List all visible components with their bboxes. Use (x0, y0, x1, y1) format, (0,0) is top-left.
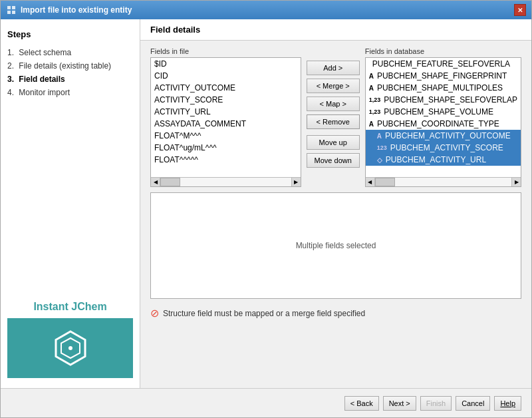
next-button[interactable]: Next > (383, 396, 416, 411)
svg-rect-1 (12, 6, 15, 9)
list-item[interactable]: $ID (151, 58, 301, 70)
list-item[interactable]: FLOAT^M^^^ (151, 130, 301, 142)
type-icon: A (369, 73, 374, 80)
hscroll-left-arrow[interactable]: ◀ (366, 178, 375, 186)
plus-icon: + (369, 155, 374, 164)
list-item[interactable]: A PUBCHEM_SHAPE_FINGERPRINT (366, 70, 521, 82)
step-3: 3. Field details (7, 73, 133, 86)
list-item[interactable]: ACTIVITY_SCORE (151, 94, 301, 106)
svg-point-6 (68, 346, 72, 350)
file-fields-hscroll[interactable]: ◀ ▶ (151, 177, 301, 186)
back-button[interactable]: < Back (344, 396, 379, 411)
file-fields-listbox-container: $ID CID ACTIVITY_OUTCOME ACTIVITY_SCORE … (150, 57, 301, 187)
panel-body: Fields in file $ID CID ACTIVITY_OUTCOME … (140, 41, 531, 388)
list-item[interactable]: ACTIVITY_URL (151, 106, 301, 118)
list-item[interactable]: + 123 PUBCHEM_ACTIVITY_SCORE (366, 142, 521, 154)
cancel-button[interactable]: Cancel (456, 396, 490, 411)
map-button[interactable]: < Map > (307, 97, 360, 111)
list-item[interactable]: 1,23 PUBCHEM_SHAPE_SELFOVERLAP (366, 94, 521, 106)
bottom-bar: < Back Next > Finish Cancel Help (1, 388, 531, 417)
fields-in-database-panel: Fields in database PUBCHEM_FEATURE_SELFO… (365, 47, 521, 187)
db-fields-listbox-container: PUBCHEM_FEATURE_SELFOVERLA A PUBCHEM_SHA… (365, 57, 521, 187)
window-icon (6, 5, 17, 15)
title-bar: Import file into existing entity ✕ (1, 1, 531, 19)
list-item[interactable]: FLOAT^ug/mL^^^ (151, 142, 301, 154)
type-icon: 1,23 (369, 97, 381, 103)
list-item[interactable]: 1,23 PUBCHEM_SHAPE_VOLUME (366, 106, 521, 118)
error-row: ⊘ Structure field must be mapped or a me… (150, 307, 521, 319)
brand-name: Instant JChem (7, 301, 133, 313)
list-item[interactable]: A PUBCHEM_SHAPE_MULTIPOLES (366, 82, 521, 94)
fields-row: Fields in file $ID CID ACTIVITY_OUTCOME … (150, 47, 521, 187)
svg-rect-3 (12, 11, 15, 14)
list-item[interactable]: + ◇ PUBCHEM_ACTIVITY_URL (366, 154, 521, 166)
panel-header: Field details (140, 19, 531, 41)
add-button[interactable]: Add > (307, 61, 360, 75)
move-up-button[interactable]: Move up (307, 135, 360, 150)
step-2: 2. File details (existing table) (7, 59, 133, 73)
hscroll-right-arrow[interactable]: ▶ (291, 178, 301, 186)
main-panel: Field details Fields in file $ID CID ACT… (140, 19, 531, 388)
middle-buttons: Add > < Merge > < Map > < Remove Move up… (307, 47, 360, 187)
window-title: Import file into existing entity (21, 5, 132, 15)
type-icon: A (369, 120, 374, 128)
db-fields-hscroll[interactable]: ◀ ▶ (366, 177, 521, 186)
hscroll-left-arrow[interactable]: ◀ (151, 178, 160, 186)
svg-rect-0 (7, 6, 11, 9)
type-icon: A (369, 85, 374, 92)
steps-list: 1. Select schema 2. File details (existi… (7, 46, 133, 99)
file-fields-listbox[interactable]: $ID CID ACTIVITY_OUTCOME ACTIVITY_SCORE … (151, 58, 301, 177)
finish-button[interactable]: Finish (420, 396, 452, 411)
title-bar-left: Import file into existing entity (6, 5, 132, 15)
list-item[interactable]: + A PUBCHEM_ACTIVITY_OUTCOME (366, 130, 521, 142)
type-icon: 1,23 (369, 108, 381, 115)
close-button[interactable]: ✕ (514, 4, 526, 16)
move-down-button[interactable]: Move down (307, 153, 360, 168)
error-text: Structure field must be mapped or a merg… (163, 309, 365, 318)
error-icon: ⊘ (150, 307, 159, 319)
step-1: 1. Select schema (7, 46, 133, 59)
content-area: Steps 1. Select schema 2. File details (… (1, 19, 531, 388)
fields-in-db-label: Fields in database (365, 47, 521, 55)
help-button[interactable]: Help (494, 396, 521, 411)
preview-text: Multiple fields selected (296, 241, 376, 250)
list-item[interactable]: A PUBCHEM_COORDINATE_TYPE (366, 118, 521, 130)
plus-icon: + (369, 143, 374, 152)
plus-icon: + (369, 131, 374, 140)
svg-rect-2 (7, 11, 11, 14)
steps-section: Steps 1. Select schema 2. File details (… (7, 29, 133, 99)
hscroll-track[interactable] (160, 178, 291, 186)
main-window: Import file into existing entity ✕ Steps… (0, 0, 532, 418)
fields-in-file-panel: Fields in file $ID CID ACTIVITY_OUTCOME … (150, 47, 301, 187)
list-item[interactable]: ACTIVITY_OUTCOME (151, 82, 301, 94)
list-item[interactable]: ASSAYDATA_COMMENT (151, 118, 301, 130)
sidebar: Steps 1. Select schema 2. File details (… (1, 19, 140, 388)
hex-logo-icon (51, 328, 90, 368)
list-item[interactable]: PUBCHEM_FEATURE_SELFOVERLA (366, 58, 521, 70)
merge-button[interactable]: < Merge > (307, 79, 360, 93)
sidebar-bottom: Instant JChem (7, 301, 133, 378)
type-icon: A (377, 132, 382, 140)
db-fields-listbox[interactable]: PUBCHEM_FEATURE_SELFOVERLA A PUBCHEM_SHA… (366, 58, 521, 177)
list-item[interactable]: CID (151, 70, 301, 82)
fields-in-file-label: Fields in file (150, 47, 301, 55)
step-4: 4. Monitor import (7, 86, 133, 99)
type-icon: ◇ (377, 156, 382, 164)
preview-box: Multiple fields selected (150, 192, 521, 299)
hscroll-track[interactable] (375, 178, 511, 186)
hscroll-right-arrow[interactable]: ▶ (511, 178, 521, 186)
remove-button[interactable]: < Remove (307, 114, 360, 129)
list-item[interactable]: FLOAT^^^^^ (151, 154, 301, 166)
steps-title: Steps (7, 29, 133, 39)
type-icon: 123 (377, 144, 387, 151)
sidebar-logo (7, 318, 133, 378)
